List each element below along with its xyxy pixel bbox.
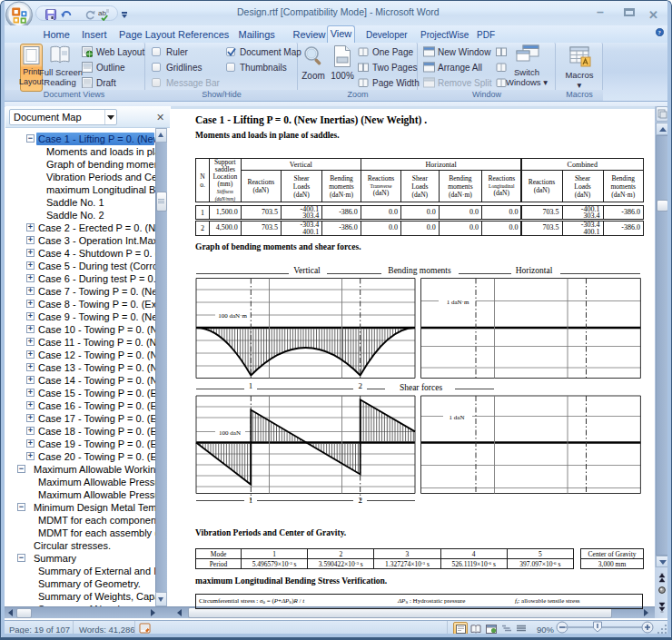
svg-text:ab: ab	[98, 9, 106, 17]
svg-text:?: ?	[657, 29, 660, 35]
